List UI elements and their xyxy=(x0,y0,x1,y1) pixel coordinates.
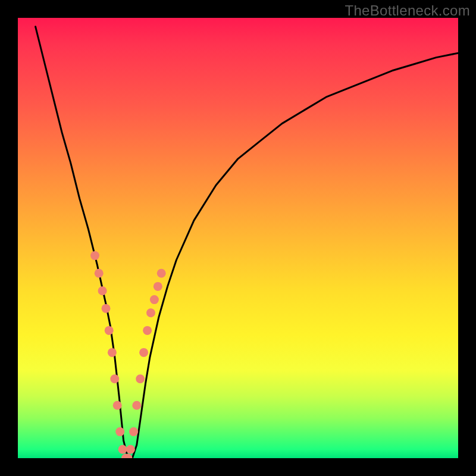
data-marker xyxy=(110,374,119,383)
data-marker xyxy=(143,326,152,335)
chart-frame: TheBottleneck.com xyxy=(0,0,476,476)
curve-layer xyxy=(18,18,458,458)
data-marker xyxy=(126,445,135,454)
data-marker xyxy=(102,304,111,313)
data-marker xyxy=(108,348,117,357)
data-marker xyxy=(146,308,155,317)
bottleneck-curve xyxy=(36,27,458,458)
data-marker xyxy=(113,401,122,410)
data-marker xyxy=(115,427,124,436)
data-marker xyxy=(132,401,141,410)
data-marker xyxy=(105,326,114,335)
data-marker xyxy=(154,282,162,291)
data-marker xyxy=(157,269,166,278)
data-marker xyxy=(90,251,99,260)
data-marker xyxy=(129,427,138,436)
data-marker xyxy=(139,348,148,357)
data-marker xyxy=(136,374,145,383)
data-marker xyxy=(150,295,159,304)
data-marker xyxy=(95,269,104,278)
watermark-label: TheBottleneck.com xyxy=(345,2,470,19)
data-marker xyxy=(118,445,127,454)
data-marker xyxy=(98,286,107,295)
plot-gradient-area xyxy=(18,18,458,458)
